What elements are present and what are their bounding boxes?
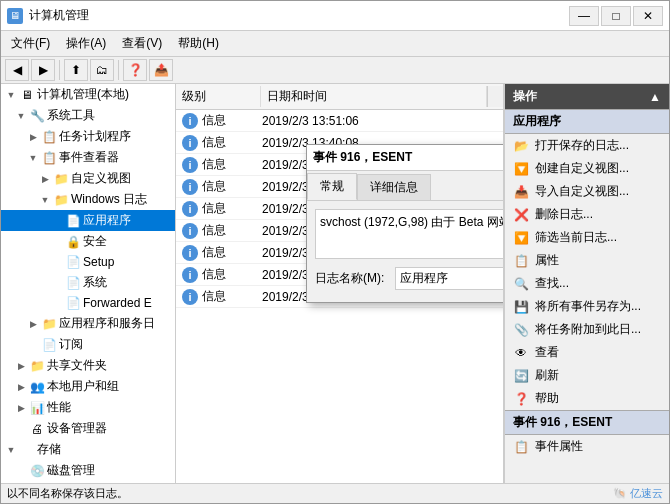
toolbar-separator-2: [118, 60, 119, 80]
help-icon: ❓: [513, 391, 529, 407]
info-icon: i: [182, 245, 198, 261]
filter-icon: 🔽: [513, 230, 529, 246]
forwarded-icon: 📄: [65, 295, 81, 311]
maximize-button[interactable]: □: [601, 6, 631, 26]
sidebar: ▼ 🖥 计算机管理(本地) ▼ 🔧 系统工具 ▶ 📋 任务计划程序: [1, 84, 176, 483]
status-text: 以不同名称保存该日志。: [7, 486, 128, 501]
action-attach-task[interactable]: 📎 将任务附加到此日...: [505, 318, 669, 341]
tree-item-security[interactable]: 🔒 安全: [1, 231, 175, 252]
import-view-icon: 📥: [513, 184, 529, 200]
disk-icon: 💿: [29, 463, 45, 479]
action-properties[interactable]: 📋 属性: [505, 249, 669, 272]
window-icon: 🖥: [7, 8, 23, 24]
minimize-button[interactable]: —: [569, 6, 599, 26]
shared-folders-icon: 📁: [29, 358, 45, 374]
save-all-icon: 💾: [513, 299, 529, 315]
tree-item-custom-views[interactable]: ▶ 📁 自定义视图: [1, 168, 175, 189]
tree-item-application[interactable]: 📄 应用程序: [1, 210, 175, 231]
status-bar: 以不同名称保存该日志。 🐚 亿速云: [1, 483, 669, 503]
tree-item-task-scheduler[interactable]: ▶ 📋 任务计划程序: [1, 126, 175, 147]
tree-item-app-services[interactable]: ▶ 📁 应用程序和服务日: [1, 313, 175, 334]
back-button[interactable]: ◀: [5, 59, 29, 81]
toolbar-separator: [59, 60, 60, 80]
menu-item[interactable]: 操作(A): [60, 33, 112, 54]
list-item[interactable]: i信息 2019/2/3 13:51:06: [176, 110, 503, 132]
tree-item-forwarded[interactable]: 📄 Forwarded E: [1, 293, 175, 313]
help-button[interactable]: ❓: [123, 59, 147, 81]
tree-item-performance[interactable]: ▶ 📊 性能: [1, 397, 175, 418]
tree-item-system-tools[interactable]: ▼ 🔧 系统工具: [1, 105, 175, 126]
title-bar: 🖥 计算机管理 — □ ✕: [1, 1, 669, 31]
menu-bar: 文件(F)操作(A)查看(V)帮助(H): [1, 31, 669, 57]
action-create-custom-view[interactable]: 🔽 创建自定义视图...: [505, 157, 669, 180]
toolbar: ◀ ▶ ⬆ 🗂 ❓ 📤: [1, 57, 669, 84]
tree-item-device-manager[interactable]: 🖨 设备管理器: [1, 418, 175, 439]
title-bar-left: 🖥 计算机管理: [7, 7, 89, 24]
action-import-custom-view[interactable]: 📥 导入自定义视图...: [505, 180, 669, 203]
menu-item[interactable]: 文件(F): [5, 33, 56, 54]
security-icon: 🔒: [65, 234, 81, 250]
modal-field-label: 日志名称(M):: [315, 270, 395, 287]
tree-item-root[interactable]: ▼ 🖥 计算机管理(本地): [1, 84, 175, 105]
show-hide-button[interactable]: 🗂: [90, 59, 114, 81]
right-panel: 操作 ▲ 应用程序 📂 打开保存的日志... 🔽 创建自定义视图... 📥 导入…: [504, 84, 669, 483]
tree-item-subscriptions[interactable]: 📄 订阅: [1, 334, 175, 355]
tree-item-windows-log[interactable]: ▼ 📁 Windows 日志: [1, 189, 175, 210]
attach-task-icon: 📎: [513, 322, 529, 338]
action-help[interactable]: ❓ 帮助: [505, 387, 669, 410]
modal-description[interactable]: svchost (1972,G,98) 由于 Beta 网站模式: [315, 209, 504, 259]
main-window: 🖥 计算机管理 — □ ✕ 文件(F)操作(A)查看(V)帮助(H) ◀ ▶ ⬆…: [0, 0, 670, 504]
menu-item[interactable]: 帮助(H): [172, 33, 225, 54]
close-button[interactable]: ✕: [633, 6, 663, 26]
tree-item-system[interactable]: 📄 系统: [1, 272, 175, 293]
up-button[interactable]: ⬆: [64, 59, 88, 81]
info-icon: i: [182, 267, 198, 283]
info-icon: i: [182, 223, 198, 239]
forward-button[interactable]: ▶: [31, 59, 55, 81]
tree-item-storage[interactable]: ▼ 存储: [1, 439, 175, 460]
action-section-application: 应用程序: [505, 109, 669, 134]
event-props-icon: 📋: [513, 439, 529, 455]
modal-title: 事件 916，ESENT: [313, 149, 412, 166]
info-icon: i: [182, 201, 198, 217]
windows-log-icon: 📁: [53, 192, 69, 208]
modal-body: svchost (1972,G,98) 由于 Beta 网站模式 日志名称(M)…: [307, 201, 504, 302]
col-header-datetime[interactable]: 日期和时间: [261, 86, 487, 107]
action-open-log[interactable]: 📂 打开保存的日志...: [505, 134, 669, 157]
open-log-icon: 📂: [513, 138, 529, 154]
find-icon: 🔍: [513, 276, 529, 292]
title-controls: — □ ✕: [569, 6, 663, 26]
action-event-properties[interactable]: 📋 事件属性: [505, 435, 669, 458]
action-filter-log[interactable]: 🔽 筛选当前日志...: [505, 226, 669, 249]
view-icon: 👁: [513, 345, 529, 361]
export-button[interactable]: 📤: [149, 59, 173, 81]
custom-views-icon: 📁: [53, 171, 69, 187]
window-title: 计算机管理: [29, 7, 89, 24]
menu-item[interactable]: 查看(V): [116, 33, 168, 54]
action-save-all[interactable]: 💾 将所有事件另存为...: [505, 295, 669, 318]
tree-item-disk-management[interactable]: 💿 磁盘管理: [1, 460, 175, 481]
tab-general[interactable]: 常规: [307, 173, 357, 200]
tree-item-local-users[interactable]: ▶ 👥 本地用户和组: [1, 376, 175, 397]
properties-icon: 📋: [513, 253, 529, 269]
main-content: ▼ 🖥 计算机管理(本地) ▼ 🔧 系统工具 ▶ 📋 任务计划程序: [1, 84, 669, 483]
action-delete-log[interactable]: ❌ 删除日志...: [505, 203, 669, 226]
tree-item-setup[interactable]: 📄 Setup: [1, 252, 175, 272]
tree-item-event-viewer[interactable]: ▼ 📋 事件查看器: [1, 147, 175, 168]
tab-details[interactable]: 详细信息: [357, 174, 431, 200]
setup-icon: 📄: [65, 254, 81, 270]
tree-item-shared-folders[interactable]: ▶ 📁 共享文件夹: [1, 355, 175, 376]
action-panel-header: 操作 ▲: [505, 84, 669, 109]
action-find[interactable]: 🔍 查找...: [505, 272, 669, 295]
event-viewer-icon: 📋: [41, 150, 57, 166]
action-view[interactable]: 👁 查看: [505, 341, 669, 364]
action-section-event: 事件 916，ESENT: [505, 410, 669, 435]
modal-field-row: 日志名称(M): 应用程序: [315, 267, 504, 290]
storage-icon: [19, 442, 35, 458]
action-refresh[interactable]: 🔄 刷新: [505, 364, 669, 387]
col-header-level[interactable]: 级别: [176, 86, 261, 107]
task-icon: 📋: [41, 129, 57, 145]
local-users-icon: 👥: [29, 379, 45, 395]
info-icon: i: [182, 157, 198, 173]
delete-log-icon: ❌: [513, 207, 529, 223]
